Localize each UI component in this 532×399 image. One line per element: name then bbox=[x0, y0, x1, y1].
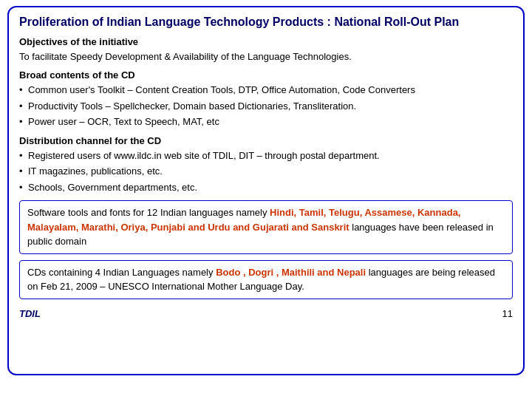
footer: TDIL 11 bbox=[19, 305, 513, 319]
main-container: Proliferation of Indian Language Technol… bbox=[7, 6, 525, 375]
list-item: Power user – OCR, Text to Speech, MAT, e… bbox=[19, 115, 513, 129]
objectives-heading: Objectives of the initiative bbox=[19, 36, 513, 47]
objectives-text: To facilitate Speedy Development & Avail… bbox=[19, 50, 513, 64]
footer-page-number: 11 bbox=[502, 308, 513, 319]
distribution-heading: Distribution channel for the CD bbox=[19, 135, 513, 146]
list-item: Registered users of www.ildc.in web site… bbox=[19, 149, 513, 163]
highlight-box-2-highlight: Bodo , Dogri , Maithili and Nepali bbox=[216, 267, 366, 278]
broad-contents-list: Common user's Toolkit – Content Creation… bbox=[19, 83, 513, 129]
list-item: IT magazines, publications, etc. bbox=[19, 164, 513, 179]
list-item: Schools, Government departments, etc. bbox=[19, 180, 513, 195]
footer-logo: TDIL bbox=[19, 308, 41, 319]
highlight-box-1-before: Software tools and fonts for 12 Indian l… bbox=[27, 207, 270, 218]
broad-contents-heading: Broad contents of the CD bbox=[19, 69, 513, 81]
page-title: Proliferation of Indian Language Technol… bbox=[19, 15, 513, 30]
highlight-box-1: Software tools and fonts for 12 Indian l… bbox=[19, 200, 513, 254]
distribution-list: Registered users of www.ildc.in web site… bbox=[19, 149, 513, 195]
list-item: Productivity Tools – Spellchecker, Domai… bbox=[19, 99, 513, 114]
list-item: Common user's Toolkit – Content Creation… bbox=[19, 83, 513, 98]
highlight-box-2: CDs containing 4 Indian Languages namely… bbox=[19, 260, 513, 299]
highlight-box-2-before: CDs containing 4 Indian Languages namely bbox=[27, 267, 216, 278]
